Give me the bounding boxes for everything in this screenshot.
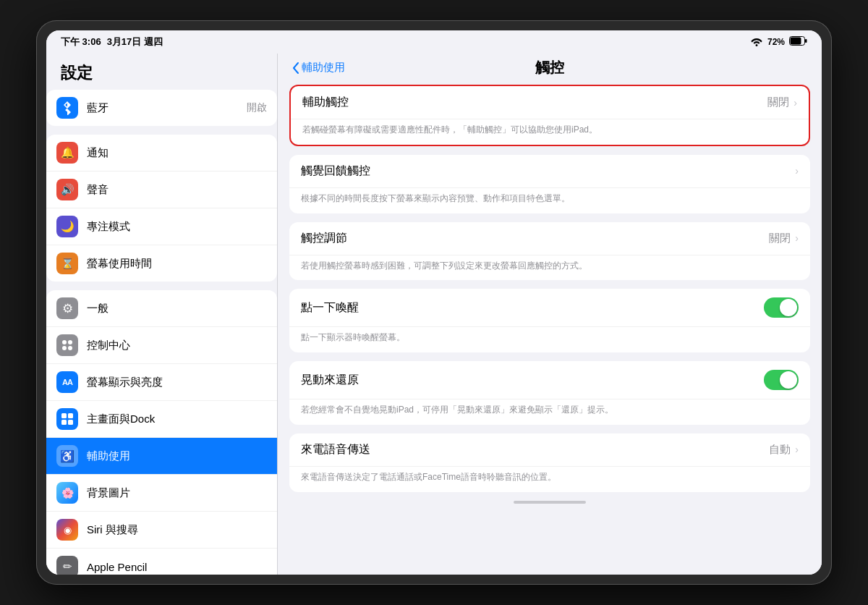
bluetooth-icon [56,97,78,119]
notifications-icon: 🔔 [56,142,78,164]
sidebar-item-screen-time[interactable]: ⌛ 螢幕使用時間 [46,245,277,282]
back-button[interactable]: 輔助使用 [292,61,345,75]
panel-title: 觸控 [535,58,564,77]
call-audio-section: 來電語音傳送 自動 › 來電語音傳送決定了電話通話或FaceTime語音時聆聽音… [289,433,810,492]
tap-to-wake-label: 點一下喚醒 [301,300,764,316]
call-audio-chevron: › [795,444,799,455]
sidebar: 設定 藍牙 開啟 🔔 [46,54,278,575]
sidebar-item-control-center[interactable]: 控制中心 [46,327,277,364]
svg-point-5 [62,346,67,350]
siri-icon: ◉ [56,519,78,541]
touch-accommodations-value: 關閉 [769,232,791,245]
panel-header: 輔助使用 觸控 [278,54,822,79]
svg-rect-10 [68,420,73,425]
sidebar-item-wallpaper[interactable]: 🌸 背景圖片 [46,475,277,512]
sidebar-item-apple-pencil[interactable]: ✏ Apple Pencil [46,549,277,575]
touch-accommodations-desc: 若使用觸控螢幕時感到困難，可調整下列設定來更改螢幕回應觸控的方式。 [289,255,810,281]
call-audio-row[interactable]: 來電語音傳送 自動 › [289,433,810,467]
accessibility-label: 輔助使用 [87,449,267,463]
home-screen-icon [56,408,78,430]
shake-to-undo-row: 晃動來還原 [289,361,810,399]
sidebar-item-bluetooth[interactable]: 藍牙 開啟 [46,90,277,126]
battery-icon [789,36,807,48]
right-panel: 輔助使用 觸控 輔助觸控 關閉 › 若觸碰螢幕有障礙或需要適應性配件時，「輔助觸… [278,54,822,575]
screen-time-icon: ⌛ [56,253,78,274]
assistive-touch-section: 輔助觸控 關閉 › 若觸碰螢幕有障礙或需要適應性配件時，「輔助觸控」可以協助您使… [289,85,810,146]
ipad-frame: 下午 3:06 3月17日 週四 72% [36,20,832,585]
shake-to-undo-section: 晃動來還原 若您經常會不自覺地晃動iPad，可停用「晃動來還原」來避免顯示「還原… [289,361,810,425]
sounds-label: 聲音 [87,183,267,197]
wallpaper-icon: 🌸 [56,482,78,504]
accessibility-icon: ♿ [56,445,78,467]
focus-icon: 🌙 [56,216,78,237]
svg-point-4 [68,340,72,344]
assistive-touch-value: 關閉 [767,96,789,109]
sidebar-title: 設定 [46,54,277,90]
shake-to-undo-toggle[interactable] [764,370,799,390]
svg-rect-7 [61,413,67,418]
sidebar-item-focus[interactable]: 🌙 專注模式 [46,208,277,245]
tap-to-wake-section: 點一下喚醒 點一下顯示器時喚醒螢幕。 [289,289,810,352]
assistive-touch-chevron: › [793,97,797,109]
sidebar-item-notifications[interactable]: 🔔 通知 [46,135,277,172]
svg-rect-2 [791,38,801,45]
panel-body: 輔助觸控 關閉 › 若觸碰螢幕有障礙或需要適應性配件時，「輔助觸控」可以協助您使… [278,79,822,512]
sidebar-item-accessibility[interactable]: ♿ 輔助使用 [46,438,277,475]
svg-point-6 [68,346,72,350]
svg-rect-8 [68,413,73,418]
display-label: 螢幕顯示與亮度 [87,376,267,389]
general-icon: ⚙ [56,297,78,319]
back-label: 輔助使用 [302,61,345,75]
tap-to-wake-row: 點一下喚醒 [289,289,810,327]
tap-to-wake-toggle[interactable] [764,297,799,318]
haptic-touch-label: 觸覺回饋觸控 [301,164,795,179]
call-audio-value: 自動 [769,443,791,457]
sidebar-item-siri[interactable]: ◉ Siri 與搜尋 [46,512,277,549]
screen-time-label: 螢幕使用時間 [87,257,267,271]
sidebar-item-display[interactable]: AA 螢幕顯示與亮度 [46,364,277,401]
apple-pencil-icon: ✏ [56,556,78,575]
assistive-touch-label: 輔助觸控 [302,95,767,110]
control-center-label: 控制中心 [87,339,267,352]
notifications-label: 通知 [87,146,267,160]
display-icon: AA [56,371,78,393]
haptic-touch-row[interactable]: 觸覺回饋觸控 › [289,155,810,188]
sounds-icon: 🔊 [56,179,78,200]
status-right: 72% [750,36,807,48]
sidebar-item-home-screen[interactable]: 主畫面與Dock [46,401,277,438]
sidebar-section-3: ⚙ 一般 控制中心 AA 螢幕顯示與亮度 [46,290,277,575]
haptic-touch-section: 觸覺回饋觸控 › 根據不同的時間長度按下螢幕來顯示內容預覽、動作和項目特色選單。 [289,155,810,213]
bluetooth-value: 開啟 [247,101,267,114]
status-time: 下午 3:06 [61,35,101,48]
apple-pencil-label: Apple Pencil [87,561,267,573]
wifi-icon [750,36,763,48]
touch-accommodations-chevron: › [795,232,799,244]
shake-to-undo-desc: 若您經常會不自覺地晃動iPad，可停用「晃動來還原」來避免顯示「還原」提示。 [289,399,810,425]
touch-accommodations-label: 觸控調節 [301,231,769,246]
call-audio-desc: 來電語音傳送決定了電話通話或FaceTime語音時聆聽音訊的位置。 [289,467,810,492]
sidebar-section-bluetooth: 藍牙 開啟 [46,90,277,126]
siri-label: Siri 與搜尋 [87,523,267,537]
home-screen-label: 主畫面與Dock [87,412,267,426]
touch-accommodations-row[interactable]: 觸控調節 關閉 › [289,222,810,255]
tap-to-wake-desc: 點一下顯示器時喚醒螢幕。 [289,327,810,352]
ipad-screen: 下午 3:06 3月17日 週四 72% [46,30,822,575]
scroll-indicator [514,501,586,504]
main-content: 設定 藍牙 開啟 🔔 [46,54,822,575]
bluetooth-label: 藍牙 [87,101,247,115]
assistive-touch-row[interactable]: 輔助觸控 關閉 › [291,86,809,119]
sidebar-section-2: 🔔 通知 🔊 聲音 🌙 專注模式 ⌛ 螢幕使用時間 [46,135,277,282]
svg-rect-1 [805,39,807,43]
sidebar-item-sounds[interactable]: 🔊 聲音 [46,172,277,208]
haptic-touch-chevron: › [795,165,799,177]
general-label: 一般 [87,302,267,316]
status-left: 下午 3:06 3月17日 週四 [61,35,163,48]
svg-point-3 [62,340,67,344]
control-center-icon [56,334,78,356]
focus-label: 專注模式 [87,220,267,234]
call-audio-label: 來電語音傳送 [301,442,769,457]
svg-rect-9 [61,420,67,425]
shake-to-undo-label: 晃動來還原 [301,373,764,388]
sidebar-item-general[interactable]: ⚙ 一般 [46,290,277,327]
touch-accommodations-section: 觸控調節 關閉 › 若使用觸控螢幕時感到困難，可調整下列設定來更改螢幕回應觸控的… [289,222,810,281]
